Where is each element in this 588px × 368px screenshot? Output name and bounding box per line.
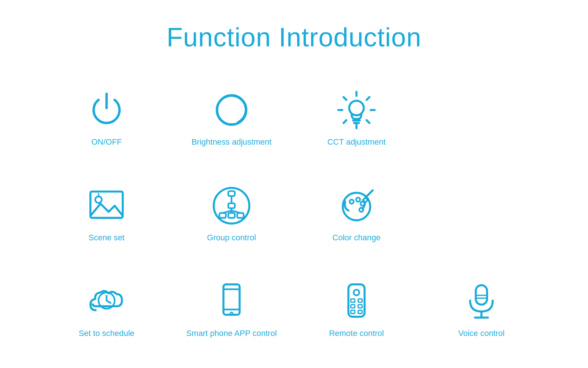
smartphone-label: Smart phone APP control: [186, 328, 277, 339]
svg-rect-43: [358, 299, 362, 302]
svg-line-32: [365, 190, 373, 198]
cell-onoff: ON/OFF: [44, 71, 169, 166]
svg-line-9: [367, 97, 370, 100]
cell-color: Color change: [294, 166, 419, 262]
cct-icon: [336, 90, 377, 130]
svg-point-29: [356, 198, 360, 202]
color-icon: [336, 185, 377, 226]
scene-label: Scene set: [89, 233, 125, 243]
svg-rect-18: [228, 191, 235, 196]
brightness-icon: [211, 90, 252, 130]
smartphone-icon: [211, 281, 252, 322]
brightness-label: Brightness adjustment: [191, 137, 272, 148]
cct-label: CCT adjustment: [327, 137, 386, 148]
cell-smartphone: Smart phone APP control: [169, 262, 294, 358]
cell-schedule: Set to schedule: [44, 262, 169, 358]
cell-scene: Scene set: [44, 166, 169, 262]
group-label: Group control: [207, 233, 256, 243]
svg-rect-19: [228, 203, 235, 208]
cell-empty-1: [419, 71, 544, 166]
voice-icon: [461, 281, 502, 322]
svg-point-15: [95, 196, 102, 203]
schedule-icon: [86, 281, 127, 322]
schedule-label: Set to schedule: [79, 328, 135, 339]
remote-label: Remote control: [329, 328, 384, 339]
svg-line-35: [107, 301, 111, 303]
cell-cct: CCT adjustment: [294, 71, 419, 166]
svg-rect-46: [351, 310, 355, 314]
color-label: Color change: [333, 233, 381, 243]
svg-rect-47: [358, 310, 362, 314]
svg-line-7: [344, 97, 347, 100]
cell-empty-2: [419, 166, 544, 262]
svg-point-41: [354, 290, 359, 295]
svg-rect-22: [237, 213, 244, 218]
svg-rect-45: [358, 305, 362, 308]
remote-icon: [336, 281, 377, 322]
svg-point-39: [230, 312, 233, 315]
group-icon: [211, 185, 252, 226]
svg-rect-20: [219, 213, 226, 218]
onoff-label: ON/OFF: [91, 137, 122, 148]
function-grid: ON/OFF Brightness adjustment: [44, 71, 544, 358]
svg-point-11: [349, 100, 364, 115]
cell-group: Group control: [169, 166, 294, 262]
page-title: Function Introduction: [166, 22, 421, 52]
svg-rect-42: [351, 299, 355, 302]
scene-icon: [86, 185, 127, 226]
power-icon: [86, 90, 127, 130]
svg-line-8: [367, 120, 370, 123]
svg-rect-44: [351, 305, 355, 308]
cell-remote: Remote control: [294, 262, 419, 358]
svg-rect-21: [228, 213, 235, 218]
svg-line-10: [344, 120, 347, 123]
cell-voice: Voice control: [419, 262, 544, 358]
cell-brightness: Brightness adjustment: [169, 71, 294, 166]
voice-label: Voice control: [458, 328, 505, 339]
svg-point-28: [349, 199, 354, 204]
svg-rect-14: [90, 191, 123, 218]
